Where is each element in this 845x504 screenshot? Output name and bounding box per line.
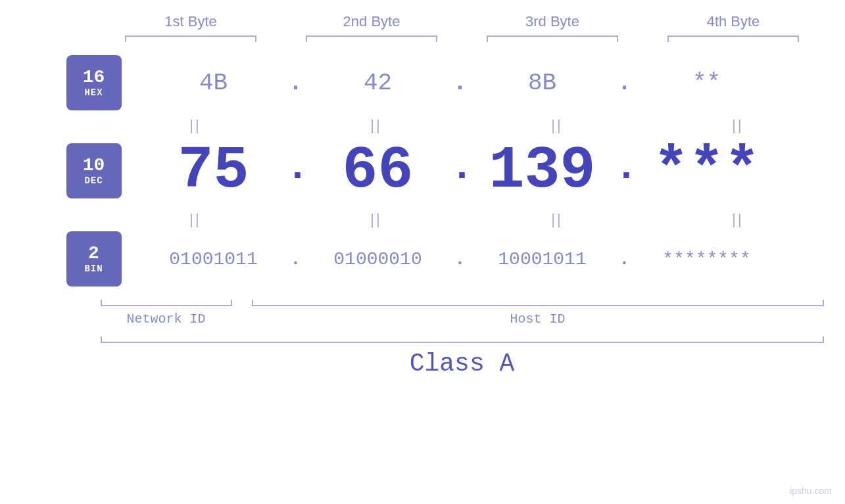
hex-b3: 8B [470,70,615,97]
dec-dot2: . [450,145,470,190]
main-container: 1st Byte 2nd Byte 3rd Byte 4th Byte 16 H… [0,0,845,504]
dec-row: 10 DEC 75 . 66 . 139 . *** [66,137,779,204]
eq-sign-3: || [551,117,562,134]
eq7: || [485,211,629,228]
dec-b3: 139 [470,137,615,204]
bin-bytes: 01001011 . 01000010 . 10001011 . *******… [141,249,779,269]
eq6: || [304,211,448,228]
outer-bracket [101,336,824,343]
hex-b2: 42 [306,70,450,97]
class-label: Class A [101,350,824,378]
bin-badge-number: 2 [88,244,99,264]
dec-badge-number: 10 [83,156,105,176]
eq-sign-8: || [732,211,743,228]
dec-bytes: 75 . 66 . 139 . *** [141,137,779,204]
hex-badge-label: HEX [84,87,103,98]
bin-dot3: . [615,249,635,269]
bin-dot1: . [286,249,306,269]
id-labels-row: Network ID Host ID [101,311,824,327]
bin-badge: 2 BIN [66,231,122,286]
byte1-header: 1st Byte [118,13,263,30]
equals-row-2: || || || || [105,211,829,228]
bracket-byte4 [667,35,799,42]
eq1: || [123,117,268,134]
hex-dot2: . [450,70,470,97]
byte4-header: 4th Byte [661,13,806,30]
hex-dot1: . [286,70,306,97]
hex-badge-number: 16 [83,68,105,88]
eq-sign-7: || [551,211,562,228]
hex-row: 16 HEX 4B . 42 . 8B . ** [66,55,779,110]
dec-dot1: . [286,145,306,190]
equals-row-1: || || || || [105,117,829,134]
bin-b4: ******** [635,249,779,269]
outer-bracket-row: Class A [101,336,824,378]
bin-dot2: . [450,249,470,269]
network-bracket [101,300,232,306]
eq5: || [123,211,268,228]
dec-dot3: . [615,145,635,190]
bottom-brackets [101,300,824,306]
host-bracket [252,300,824,306]
hex-badge: 16 HEX [66,55,122,110]
eq-sign-4: || [732,117,743,134]
bin-b3: 10001011 [470,249,615,269]
eq2: || [304,117,448,134]
bin-b2: 01000010 [306,249,450,269]
eq-sign-1: || [189,117,201,134]
hex-b4: ** [635,70,779,97]
bracket-byte1 [125,35,256,42]
byte-headers-row: 1st Byte 2nd Byte 3rd Byte 4th Byte [101,13,824,30]
dec-b1: 75 [141,137,286,204]
bracket-byte3 [487,35,618,42]
eq-sign-5: || [189,211,201,228]
bin-row: 2 BIN 01001011 . 01000010 . 10001011 . *… [66,231,779,286]
bin-badge-label: BIN [84,263,103,274]
dec-b4: *** [635,137,779,204]
network-id-label: Network ID [101,311,232,327]
eq-sign-6: || [370,211,381,228]
hex-bytes: 4B . 42 . 8B . ** [141,70,779,97]
hex-b1: 4B [141,70,286,97]
eq-sign-2: || [370,117,381,134]
dec-badge-label: DEC [84,175,103,186]
dec-b2: 66 [306,137,450,204]
hex-dot3: . [615,70,635,97]
top-bracket-row [101,35,824,42]
eq8: || [665,211,810,228]
host-id-label: Host ID [252,311,824,327]
watermark: ipshu.com [790,486,832,496]
eq3: || [485,117,629,134]
dec-badge: 10 DEC [66,143,122,198]
eq4: || [665,117,810,134]
bin-b1: 01001011 [141,249,286,269]
bracket-byte2 [306,35,437,42]
byte2-header: 2nd Byte [299,13,444,30]
byte3-header: 3rd Byte [480,13,625,30]
bottom-section: Network ID Host ID [101,300,824,327]
